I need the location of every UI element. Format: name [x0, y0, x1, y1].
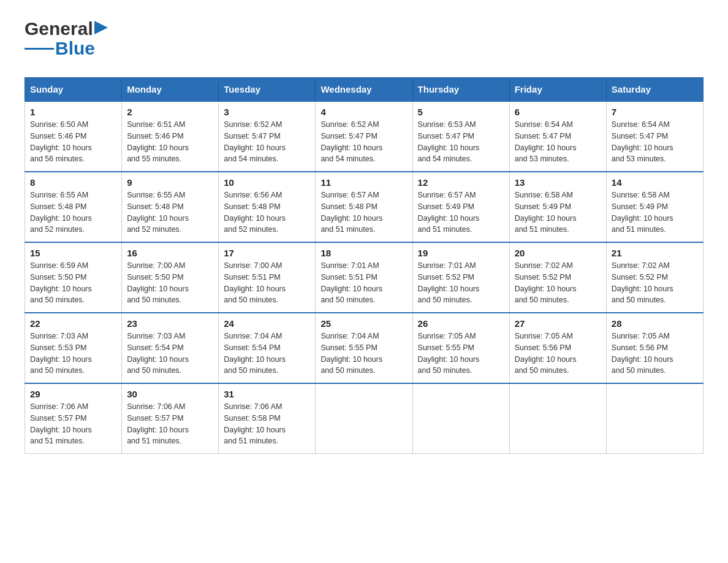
day-number: 3	[224, 107, 310, 117]
day-number: 16	[127, 248, 213, 258]
day-number: 24	[224, 318, 310, 329]
day-info: Sunrise: 6:57 AMSunset: 5:48 PMDaylight:…	[320, 191, 382, 234]
calendar-cell: 1 Sunrise: 6:50 AMSunset: 5:46 PMDayligh…	[25, 101, 122, 172]
day-number: 5	[418, 107, 504, 117]
day-info: Sunrise: 6:51 AMSunset: 5:46 PMDaylight:…	[127, 120, 189, 163]
day-header-friday: Friday	[509, 78, 606, 102]
day-info: Sunrise: 6:54 AMSunset: 5:47 PMDaylight:…	[515, 120, 577, 163]
day-info: Sunrise: 7:02 AMSunset: 5:52 PMDaylight:…	[515, 261, 577, 304]
day-number: 20	[515, 248, 601, 258]
day-number: 23	[127, 318, 213, 329]
calendar-cell: 9 Sunrise: 6:55 AMSunset: 5:48 PMDayligh…	[122, 172, 219, 242]
day-number: 27	[515, 318, 601, 329]
calendar-cell: 25 Sunrise: 7:04 AMSunset: 5:55 PMDaylig…	[316, 313, 412, 383]
day-info: Sunrise: 6:55 AMSunset: 5:48 PMDaylight:…	[30, 191, 92, 234]
day-info: Sunrise: 6:56 AMSunset: 5:48 PMDaylight:…	[224, 191, 286, 234]
week-row-5: 29 Sunrise: 7:06 AMSunset: 5:57 PMDaylig…	[25, 383, 703, 454]
calendar-cell	[316, 383, 412, 454]
week-row-3: 15 Sunrise: 6:59 AMSunset: 5:50 PMDaylig…	[25, 242, 703, 313]
calendar-cell: 29 Sunrise: 7:06 AMSunset: 5:57 PMDaylig…	[25, 383, 122, 454]
day-number: 26	[418, 318, 504, 329]
logo-general: General	[25, 18, 93, 39]
day-number: 17	[224, 248, 310, 258]
calendar-table: SundayMondayTuesdayWednesdayThursdayFrid…	[25, 77, 703, 454]
day-info: Sunrise: 7:04 AMSunset: 5:55 PMDaylight:…	[320, 332, 382, 375]
day-number: 25	[320, 318, 407, 329]
day-info: Sunrise: 7:03 AMSunset: 5:53 PMDaylight:…	[30, 332, 92, 375]
day-info: Sunrise: 7:05 AMSunset: 5:56 PMDaylight:…	[515, 332, 577, 375]
day-info: Sunrise: 7:04 AMSunset: 5:54 PMDaylight:…	[224, 332, 286, 375]
day-info: Sunrise: 6:50 AMSunset: 5:46 PMDaylight:…	[30, 120, 92, 163]
calendar-cell: 22 Sunrise: 7:03 AMSunset: 5:53 PMDaylig…	[25, 313, 122, 383]
calendar-cell	[412, 383, 509, 454]
calendar-cell: 5 Sunrise: 6:53 AMSunset: 5:47 PMDayligh…	[412, 101, 509, 172]
day-header-saturday: Saturday	[606, 78, 703, 102]
calendar-cell: 2 Sunrise: 6:51 AMSunset: 5:46 PMDayligh…	[122, 101, 219, 172]
day-number: 15	[30, 248, 116, 258]
day-number: 2	[127, 107, 213, 117]
day-number: 22	[30, 318, 116, 329]
day-number: 13	[515, 177, 601, 188]
day-number: 30	[127, 389, 213, 399]
day-number: 29	[30, 389, 116, 399]
day-info: Sunrise: 7:03 AMSunset: 5:54 PMDaylight:…	[127, 332, 189, 375]
day-number: 11	[320, 177, 407, 188]
calendar-cell: 6 Sunrise: 6:54 AMSunset: 5:47 PMDayligh…	[509, 101, 606, 172]
calendar-cell: 10 Sunrise: 6:56 AMSunset: 5:48 PMDaylig…	[219, 172, 316, 242]
calendar-cell: 15 Sunrise: 6:59 AMSunset: 5:50 PMDaylig…	[25, 242, 122, 313]
day-number: 1	[30, 107, 116, 117]
day-number: 4	[320, 107, 407, 117]
week-row-1: 1 Sunrise: 6:50 AMSunset: 5:46 PMDayligh…	[25, 101, 703, 172]
calendar-cell: 14 Sunrise: 6:58 AMSunset: 5:49 PMDaylig…	[606, 172, 703, 242]
calendar-cell: 20 Sunrise: 7:02 AMSunset: 5:52 PMDaylig…	[509, 242, 606, 313]
logo: General Blue	[25, 18, 108, 59]
calendar-cell: 26 Sunrise: 7:05 AMSunset: 5:55 PMDaylig…	[412, 313, 509, 383]
calendar-cell: 8 Sunrise: 6:55 AMSunset: 5:48 PMDayligh…	[25, 172, 122, 242]
calendar-cell: 13 Sunrise: 6:58 AMSunset: 5:49 PMDaylig…	[509, 172, 606, 242]
day-info: Sunrise: 7:06 AMSunset: 5:57 PMDaylight:…	[127, 402, 189, 445]
day-info: Sunrise: 7:05 AMSunset: 5:55 PMDaylight:…	[418, 332, 480, 375]
day-info: Sunrise: 6:52 AMSunset: 5:47 PMDaylight:…	[320, 120, 382, 163]
day-number: 6	[515, 107, 601, 117]
calendar-cell: 21 Sunrise: 7:02 AMSunset: 5:52 PMDaylig…	[606, 242, 703, 313]
day-info: Sunrise: 6:52 AMSunset: 5:47 PMDaylight:…	[224, 120, 286, 163]
calendar-cell: 11 Sunrise: 6:57 AMSunset: 5:48 PMDaylig…	[316, 172, 412, 242]
day-number: 21	[612, 248, 698, 258]
day-number: 7	[612, 107, 698, 117]
svg-marker-0	[94, 21, 108, 34]
days-header-row: SundayMondayTuesdayWednesdayThursdayFrid…	[25, 78, 703, 102]
calendar-cell	[606, 383, 703, 454]
calendar-cell: 12 Sunrise: 6:57 AMSunset: 5:49 PMDaylig…	[412, 172, 509, 242]
day-number: 28	[612, 318, 698, 329]
day-number: 14	[612, 177, 698, 188]
day-header-wednesday: Wednesday	[316, 78, 412, 102]
day-info: Sunrise: 6:54 AMSunset: 5:47 PMDaylight:…	[612, 120, 673, 163]
day-info: Sunrise: 6:59 AMSunset: 5:50 PMDaylight:…	[30, 261, 92, 304]
logo-blue: Blue	[55, 38, 95, 59]
week-row-2: 8 Sunrise: 6:55 AMSunset: 5:48 PMDayligh…	[25, 172, 703, 242]
day-info: Sunrise: 7:00 AMSunset: 5:50 PMDaylight:…	[127, 261, 189, 304]
day-info: Sunrise: 7:01 AMSunset: 5:51 PMDaylight:…	[320, 261, 382, 304]
day-number: 18	[320, 248, 407, 258]
day-info: Sunrise: 7:06 AMSunset: 5:58 PMDaylight:…	[224, 402, 286, 445]
day-info: Sunrise: 6:57 AMSunset: 5:49 PMDaylight:…	[418, 191, 480, 234]
day-info: Sunrise: 6:53 AMSunset: 5:47 PMDaylight:…	[418, 120, 480, 163]
day-header-thursday: Thursday	[412, 78, 509, 102]
day-header-sunday: Sunday	[25, 78, 122, 102]
calendar-cell: 27 Sunrise: 7:05 AMSunset: 5:56 PMDaylig…	[509, 313, 606, 383]
day-info: Sunrise: 6:55 AMSunset: 5:48 PMDaylight:…	[127, 191, 189, 234]
calendar-cell: 24 Sunrise: 7:04 AMSunset: 5:54 PMDaylig…	[219, 313, 316, 383]
day-number: 12	[418, 177, 504, 188]
day-info: Sunrise: 7:00 AMSunset: 5:51 PMDaylight:…	[224, 261, 286, 304]
day-number: 10	[224, 177, 310, 188]
day-info: Sunrise: 6:58 AMSunset: 5:49 PMDaylight:…	[612, 191, 673, 234]
calendar-cell	[509, 383, 606, 454]
day-info: Sunrise: 7:01 AMSunset: 5:52 PMDaylight:…	[418, 261, 480, 304]
calendar-cell: 28 Sunrise: 7:05 AMSunset: 5:56 PMDaylig…	[606, 313, 703, 383]
calendar-cell: 31 Sunrise: 7:06 AMSunset: 5:58 PMDaylig…	[219, 383, 316, 454]
day-number: 8	[30, 177, 116, 188]
week-row-4: 22 Sunrise: 7:03 AMSunset: 5:53 PMDaylig…	[25, 313, 703, 383]
day-number: 9	[127, 177, 213, 188]
page-header: General Blue	[25, 18, 703, 59]
day-header-monday: Monday	[122, 78, 219, 102]
